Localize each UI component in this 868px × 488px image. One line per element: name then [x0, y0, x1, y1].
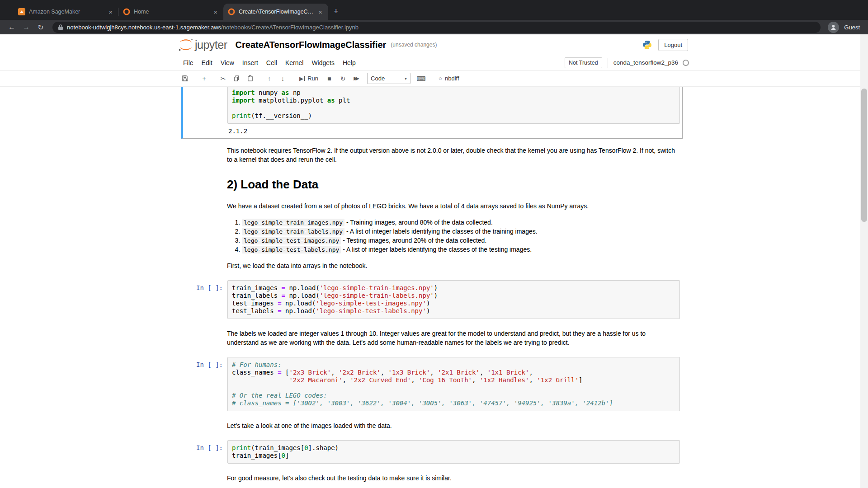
code-cell-class-names[interactable]: In [ ]: # For humans:class_names = ['2x3…: [181, 354, 683, 414]
move-cell-up-button[interactable]: ↑: [263, 73, 275, 84]
interrupt-kernel-button[interactable]: ■: [323, 73, 335, 84]
input-prompt: In [ ]:: [184, 357, 227, 411]
page-scrollbar[interactable]: [860, 34, 868, 488]
inline-code-filename: lego-simple-test-labels.npy: [242, 246, 341, 253]
profile-name: Guest: [844, 24, 860, 31]
input-prompt: In [ ]:: [184, 440, 227, 464]
menu-view[interactable]: View: [217, 56, 238, 69]
browser-tab-strip: Amazon SageMaker × Home × CreateATensorF…: [0, 0, 868, 20]
jupyter-favicon-icon: [228, 8, 235, 15]
sagemaker-favicon-icon: [18, 8, 25, 15]
menubar-right: Not Trusted conda_tensorflow2_p36: [565, 57, 689, 68]
kernel-idle-icon: [683, 60, 689, 66]
file-description: - Training images, around 80% of the dat…: [344, 219, 493, 226]
code-editor-train-peek[interactable]: print(train_images[0].shape)train_images…: [227, 440, 680, 464]
tab-close-icon[interactable]: ×: [317, 8, 324, 16]
notebook-menubar: File Edit View Insert Cell Kernel Widget…: [0, 55, 868, 70]
code-editor-imports[interactable]: import numpy as npimport matplotlib.pypl…: [227, 87, 680, 124]
inline-code-filename: lego-simple-train-labels.npy: [242, 228, 344, 235]
command-palette-button[interactable]: ⌨: [415, 73, 427, 84]
paste-cell-button[interactable]: [244, 73, 256, 84]
restart-kernel-button[interactable]: ↻: [337, 73, 349, 84]
address-bar[interactable]: notebook-udtwigjh8cys.notebook.us-east-1…: [52, 22, 821, 33]
menu-insert[interactable]: Insert: [238, 56, 262, 69]
jupyter-planet-icon: [178, 38, 193, 52]
nbdiff-button[interactable]: ○ nbdiff: [439, 75, 459, 82]
tab-title: Home: [134, 9, 208, 15]
notebook-content: import numpy as npimport matplotlib.pypl…: [181, 87, 683, 488]
scrollbar-thumb[interactable]: [861, 89, 867, 222]
menu-help[interactable]: Help: [339, 56, 360, 69]
tab-title: CreateATensorFlowImageClass...: [239, 9, 313, 15]
profile-avatar[interactable]: [828, 22, 839, 33]
tab-amazon-sagemaker[interactable]: Amazon SageMaker ×: [14, 4, 118, 20]
notebook-toolbar: + ✂ ↑ ↓ ▶ Run ■ ↻ ▶▶ Code ▾ ⌨ ○ nbdiff: [0, 70, 868, 87]
kernel-name[interactable]: conda_tensorflow2_p36: [613, 59, 678, 66]
file-list-item: lego-simple-train-images.npy - Training …: [242, 218, 683, 227]
code-editor-class-names[interactable]: # For humans:class_names = ['2x3 Brick',…: [227, 357, 680, 411]
notebook-title[interactable]: CreateATensorFlowImageClassifier: [236, 40, 387, 50]
tab-title: Amazon SageMaker: [29, 9, 104, 15]
kernel-separator: [608, 58, 608, 68]
tab-notebook-active[interactable]: CreateATensorFlowImageClass... ×: [223, 4, 328, 20]
input-prompt: In [ ]:: [184, 280, 227, 319]
person-icon: [830, 24, 837, 31]
jupyter-wordmark: jupyter: [195, 38, 227, 52]
cut-cell-button[interactable]: ✂: [217, 73, 229, 84]
save-icon: [182, 75, 189, 82]
copy-cell-button[interactable]: [231, 73, 243, 84]
header-right: Logout: [642, 39, 688, 51]
markdown-tf2-note: This notebook requires TensorFlow 2. If …: [227, 146, 678, 164]
save-button[interactable]: [179, 73, 191, 84]
file-description: - A list of integer labels identifying t…: [344, 228, 537, 235]
menu-edit[interactable]: Edit: [198, 56, 217, 69]
markdown-labels-note: The labels we loaded are integer values …: [227, 329, 678, 347]
reload-icon[interactable]: ↻: [34, 23, 47, 32]
jupyter-favicon-icon: [123, 8, 130, 15]
run-label: Run: [307, 75, 318, 82]
logout-button[interactable]: Logout: [658, 39, 688, 51]
file-list-item: lego-simple-test-images.npy - Testing im…: [242, 236, 683, 245]
trust-status-button[interactable]: Not Trusted: [565, 57, 602, 68]
cell-output-version: 2.1.2: [227, 124, 680, 136]
tab-close-icon[interactable]: ×: [107, 8, 114, 16]
nbdiff-icon: ○: [439, 75, 442, 82]
nbdiff-label: nbdiff: [445, 75, 459, 82]
url-text: notebook-udtwigjh8cys.notebook.us-east-1…: [67, 24, 359, 31]
add-cell-button[interactable]: +: [198, 73, 210, 84]
tab-home[interactable]: Home ×: [118, 4, 223, 20]
move-cell-down-button[interactable]: ↓: [277, 73, 289, 84]
run-icon: ▶: [299, 75, 303, 82]
restart-run-all-button[interactable]: ▶▶: [350, 73, 363, 84]
file-list-item: lego-simple-test-labels.npy - A list of …: [242, 245, 683, 254]
forward-icon[interactable]: →: [20, 23, 33, 31]
browser-toolbar: ← → ↻ notebook-udtwigjh8cys.notebook.us-…: [0, 20, 868, 34]
cell-type-select[interactable]: Code ▾: [367, 73, 410, 84]
inline-code-filename: lego-simple-test-images.npy: [242, 237, 341, 244]
notebook-scroll-area[interactable]: import numpy as npimport matplotlib.pypl…: [0, 87, 860, 488]
code-cell-train-peek[interactable]: In [ ]: print(train_images[0].shape)trai…: [181, 437, 683, 466]
menu-kernel[interactable]: Kernel: [281, 56, 307, 69]
code-cell-imports[interactable]: import numpy as npimport matplotlib.pypl…: [181, 87, 683, 139]
file-description: - Testing images, around 20% of the data…: [341, 237, 486, 244]
markdown-dataset-intro: We have a dataset created from a set of …: [227, 202, 678, 211]
menu-cell[interactable]: Cell: [262, 56, 281, 69]
section-heading-load-data: 2) Load the Data: [227, 178, 683, 192]
output-prompt: [184, 124, 227, 136]
url-host: notebook-udtwigjh8cys.notebook.us-east-1…: [67, 24, 221, 31]
menu-file[interactable]: File: [179, 56, 198, 69]
copy-icon: [233, 75, 240, 82]
jupyter-logo[interactable]: jupyter: [178, 38, 227, 52]
new-tab-button[interactable]: +: [328, 7, 344, 20]
tab-close-icon[interactable]: ×: [212, 8, 219, 16]
markdown-test-peek-note: For good measure, let's also check out t…: [227, 474, 678, 483]
markdown-image-peek-note: Let's take a look at one of the images l…: [227, 421, 678, 430]
file-description: - A list of integer labels identifying t…: [341, 246, 532, 253]
input-prompt: [184, 87, 227, 124]
run-button[interactable]: ▶ Run: [296, 73, 322, 84]
code-cell-load-data[interactable]: In [ ]: train_images = np.load('lego-sim…: [181, 277, 683, 322]
inline-code-filename: lego-simple-train-images.npy: [242, 219, 344, 226]
menu-widgets[interactable]: Widgets: [307, 56, 339, 69]
back-icon[interactable]: ←: [5, 23, 18, 31]
code-editor-load-data[interactable]: train_images = np.load('lego-simple-trai…: [227, 280, 680, 319]
